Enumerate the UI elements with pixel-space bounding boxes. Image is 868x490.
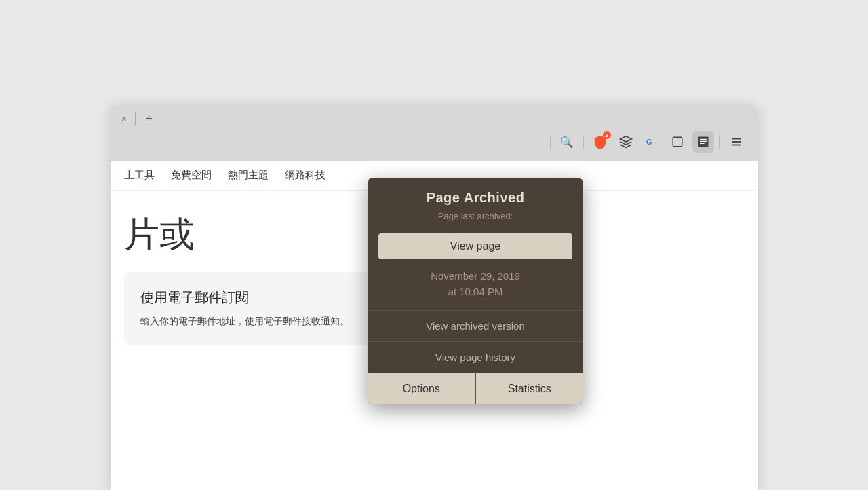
wayback-popup: Page Archived Page last archived: View p… bbox=[368, 178, 583, 404]
new-tab-button[interactable]: + bbox=[141, 111, 157, 127]
toolbar: 🔍 2 G bbox=[111, 127, 758, 157]
svg-rect-4 bbox=[700, 139, 707, 140]
popup-footer: Options Statistics bbox=[368, 373, 583, 404]
statistics-button[interactable]: Statistics bbox=[476, 373, 584, 404]
popup-date: November 29, 2019 at 10:04 PM bbox=[368, 265, 583, 310]
view-history-link[interactable]: View page history bbox=[368, 341, 583, 373]
svg-rect-2 bbox=[673, 137, 682, 147]
nav-item-tools[interactable]: 上工具 bbox=[124, 169, 155, 182]
toolbar-separator-2 bbox=[583, 135, 584, 149]
options-button[interactable]: Options bbox=[368, 373, 476, 404]
svg-marker-0 bbox=[620, 136, 631, 142]
svg-rect-6 bbox=[700, 143, 705, 144]
translate-icon[interactable]: G bbox=[641, 131, 663, 153]
svg-rect-5 bbox=[700, 141, 707, 142]
wayback-machine-icon[interactable] bbox=[692, 131, 714, 153]
view-archived-link[interactable]: View archived version bbox=[368, 310, 583, 341]
popup-title: Page Archived bbox=[378, 190, 572, 206]
tab-close-button[interactable]: × bbox=[119, 113, 130, 124]
nav-item-popular-topics[interactable]: 熱門主題 bbox=[228, 169, 269, 182]
svg-text:G: G bbox=[646, 137, 652, 146]
window-icon[interactable] bbox=[667, 131, 688, 153]
view-page-button[interactable]: View page bbox=[378, 233, 572, 259]
popup-header: Page Archived Page last archived: bbox=[368, 178, 583, 228]
search-icon[interactable]: 🔍 bbox=[556, 131, 578, 153]
tab-divider bbox=[135, 112, 136, 126]
toolbar-separator-3 bbox=[719, 135, 720, 149]
tab-bar: × + bbox=[111, 105, 758, 127]
brave-shield-icon[interactable]: 2 bbox=[589, 131, 611, 153]
popup-subtitle: Page last archived: bbox=[378, 211, 572, 221]
toolbar-separator bbox=[550, 135, 551, 149]
nav-item-internet-tech[interactable]: 網路科技 bbox=[285, 169, 326, 182]
shield-badge: 2 bbox=[603, 131, 611, 139]
nav-item-free-space[interactable]: 免費空間 bbox=[171, 169, 212, 182]
menu-icon[interactable] bbox=[726, 131, 747, 153]
layers-icon[interactable] bbox=[615, 131, 637, 153]
